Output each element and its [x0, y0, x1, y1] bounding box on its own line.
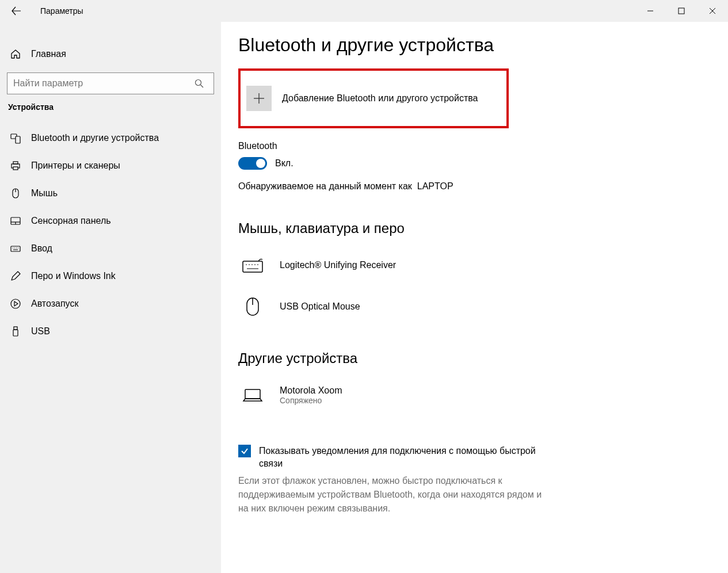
sidebar: Главная Устройства Bluetooth и другие ус…	[0, 22, 221, 573]
arrow-left-icon	[11, 6, 21, 16]
device-item[interactable]: Motorola Xoom Сопряжено	[238, 375, 711, 416]
main-pane: Bluetooth и другие устройства Добавление…	[221, 22, 728, 573]
plus-icon	[246, 86, 272, 111]
device-status: Сопряжено	[280, 396, 342, 405]
svg-rect-8	[13, 167, 18, 170]
svg-line-3	[201, 85, 204, 88]
minimize-icon	[647, 7, 654, 14]
printer-icon	[9, 160, 22, 171]
svg-rect-7	[13, 162, 18, 164]
titlebar: Параметры	[0, 0, 728, 22]
svg-rect-1	[679, 8, 684, 14]
discoverable-text: Обнаруживаемое на данный момент как LAPT…	[238, 181, 711, 192]
check-icon	[240, 446, 249, 456]
search-input[interactable]	[7, 72, 214, 94]
quick-connect-desc: Если этот флажок установлен, можно быстр…	[238, 474, 549, 515]
keyboard-receiver-icon	[238, 257, 267, 274]
page-heading: Bluetooth и другие устройства	[238, 35, 711, 56]
maximize-button[interactable]	[666, 0, 697, 22]
window-controls	[635, 0, 728, 22]
svg-rect-34	[245, 389, 260, 399]
nav-item-label: Ввод	[31, 243, 52, 254]
laptop-device-icon	[238, 387, 267, 404]
svg-rect-5	[16, 136, 20, 143]
mouse-device-icon	[238, 296, 267, 317]
nav-touchpad[interactable]: Сенсорная панель	[0, 207, 221, 235]
home-icon	[9, 48, 22, 60]
nav-pen[interactable]: Перо и Windows Ink	[0, 262, 221, 290]
bluetooth-label: Bluetooth	[238, 141, 711, 151]
nav-bluetooth[interactable]: Bluetooth и другие устройства	[0, 124, 221, 152]
toggle-knob	[256, 159, 265, 168]
devices-icon	[9, 132, 22, 144]
quick-connect-checkbox[interactable]	[238, 445, 251, 457]
svg-rect-25	[243, 261, 262, 272]
search-icon	[195, 79, 204, 88]
nav-item-label: Сенсорная панель	[31, 216, 111, 226]
usb-icon	[9, 326, 22, 337]
nav-item-label: Мышь	[31, 188, 58, 198]
bluetooth-toggle[interactable]	[238, 157, 267, 170]
back-button[interactable]	[5, 0, 28, 22]
category-label: Устройства	[0, 102, 221, 112]
pen-icon	[9, 270, 22, 282]
nav-item-label: Перо и Windows Ink	[31, 271, 116, 281]
minimize-button[interactable]	[635, 0, 666, 22]
device-name: Logitech® Unifying Receiver	[280, 260, 396, 270]
close-button[interactable]	[697, 0, 728, 22]
keyboard-icon	[9, 243, 22, 254]
nav-home-label: Главная	[31, 49, 66, 59]
nav-mouse[interactable]: Мышь	[0, 179, 221, 207]
svg-point-20	[11, 299, 20, 308]
close-icon	[709, 7, 716, 14]
device-name: USB Optical Mouse	[280, 301, 360, 312]
device-name: Motorola Xoom	[280, 385, 342, 396]
group-other-header: Другие устройства	[238, 350, 711, 366]
quick-connect-label: Показывать уведомления для подключения с…	[259, 445, 549, 471]
toggle-state-label: Вкл.	[275, 158, 294, 169]
nav-item-label: USB	[31, 326, 50, 337]
add-device-label: Добавление Bluetooth или другого устройс…	[282, 93, 478, 104]
device-item[interactable]: Logitech® Unifying Receiver	[238, 245, 711, 286]
nav-item-label: Принтеры и сканеры	[31, 161, 120, 171]
search-box[interactable]	[7, 72, 214, 94]
svg-rect-21	[14, 327, 17, 330]
nav-item-label: Bluetooth и другие устройства	[31, 133, 159, 143]
svg-rect-22	[13, 330, 18, 336]
mouse-icon	[9, 188, 22, 199]
nav-printers[interactable]: Принтеры и сканеры	[0, 152, 221, 179]
nav-home[interactable]: Главная	[0, 40, 221, 68]
svg-point-2	[196, 80, 201, 86]
autoplay-icon	[9, 298, 22, 310]
discoverable-name: LAPTOP	[417, 181, 453, 191]
discoverable-prefix: Обнаруживаемое на данный момент как	[238, 181, 412, 191]
add-device-button[interactable]: Добавление Bluetooth или другого устройс…	[238, 68, 509, 128]
touchpad-icon	[9, 215, 22, 227]
nav-item-label: Автозапуск	[31, 299, 78, 309]
group-input-header: Мышь, клавиатура и перо	[238, 220, 711, 236]
nav-typing[interactable]: Ввод	[0, 235, 221, 262]
svg-rect-14	[11, 246, 20, 251]
device-item[interactable]: USB Optical Mouse	[238, 286, 711, 327]
nav-autoplay[interactable]: Автозапуск	[0, 290, 221, 318]
window-title: Параметры	[40, 6, 83, 16]
nav-usb[interactable]: USB	[0, 318, 221, 345]
maximize-icon	[678, 7, 685, 14]
